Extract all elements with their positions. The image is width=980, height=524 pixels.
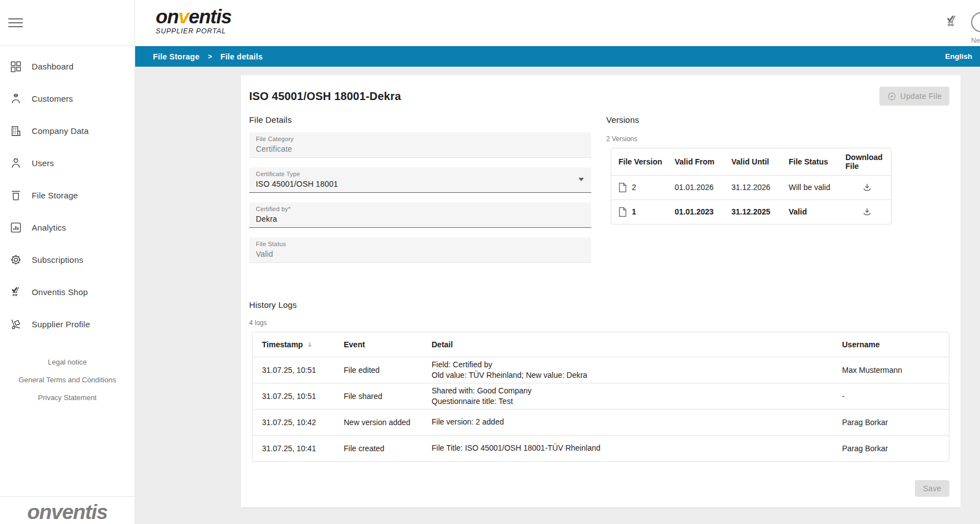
history-col-event: Event — [334, 332, 422, 357]
save-row: Save — [249, 480, 949, 497]
event-cell: File shared — [334, 383, 422, 409]
sidebar-item-label: Users — [32, 158, 54, 168]
sidebar-logo: onventis — [27, 502, 107, 522]
version-number: 2 — [632, 183, 636, 192]
valid-from-cell: 01.01.2023 — [667, 199, 724, 224]
username-cell: Parag Borkar — [833, 409, 949, 435]
download-cell — [838, 199, 891, 224]
sidebar-item-subscriptions[interactable]: Subscriptions — [0, 243, 135, 276]
sidebar-item-company-data[interactable]: Company Data — [0, 114, 135, 147]
help-icon[interactable] — [971, 12, 980, 32]
sidebar-item-label: Supplier Profile — [32, 320, 90, 329]
download-cell — [838, 175, 891, 199]
detail-cell: File version: 2 added — [422, 409, 833, 435]
sidebar-item-label: File Storage — [32, 191, 78, 200]
history-col-timestamp[interactable]: Timestamp — [253, 332, 334, 357]
event-cell: File created — [334, 435, 422, 461]
detail-line: Questionnaire title: Test — [432, 396, 830, 407]
sidebar-item-label: Analytics — [32, 223, 66, 232]
versions-table: File VersionValid FromValid UntilFile St… — [611, 148, 892, 224]
field-label: Certificate Type — [256, 171, 585, 177]
sidebar-footer-links: Legal noticeGeneral Terms and Conditions… — [0, 358, 135, 411]
version-cell: 1 — [611, 199, 667, 224]
versions-col-download-file: Download File — [838, 148, 891, 175]
username-cell: Max Mustermann — [833, 357, 949, 383]
history-col-label: Timestamp — [262, 340, 303, 349]
detail-cell: Field: Certified byOld value: TÜV Rheinl… — [422, 357, 833, 383]
file-details-card: ISO 45001/OSH 18001-Dekra Update File Fi… — [241, 75, 961, 507]
update-file-button[interactable]: Update File — [879, 87, 949, 106]
footer-link-privacy-statement[interactable]: Privacy Statement — [0, 393, 135, 402]
field-certificate-type[interactable]: Certificate TypeISO 45001/OSH 18001 — [249, 167, 591, 193]
file-details-form: File CategoryCertificateCertificate Type… — [249, 132, 591, 263]
sidebar-header — [0, 0, 135, 46]
hamburger-menu-icon[interactable] — [8, 18, 23, 27]
download-icon — [862, 182, 872, 192]
download-file-button[interactable] — [862, 182, 872, 192]
top-header: onventis SUPPLIER PORTAL Ne — [135, 0, 980, 46]
versions-col-valid-until: Valid Until — [724, 148, 781, 175]
subscriptions-icon — [9, 253, 22, 266]
sidebar-item-users[interactable]: Users — [0, 147, 135, 179]
field-value: ISO 45001/OSH 18001 — [256, 179, 585, 188]
sidebar-brand: onventis — [0, 496, 135, 524]
history-logs-heading: History Logs — [249, 300, 949, 310]
footer-link-general-terms-and-conditions[interactable]: General Terms and Conditions — [0, 376, 135, 384]
detail-line: Old value: TÜV Rheinland; New value: Dek… — [432, 370, 830, 381]
card-header: ISO 45001/OSH 18001-Dekra Update File — [249, 86, 949, 106]
field-file-status: File StatusValid — [249, 237, 591, 263]
field-value: Valid — [256, 249, 585, 258]
file-status-cell: Will be valid — [781, 175, 838, 199]
history-row: 31.07.25, 10:51File editedField: Certifi… — [253, 357, 949, 383]
company-data-icon — [9, 124, 22, 137]
sidebar-item-onventis-shop[interactable]: Onventis Shop — [0, 276, 135, 308]
sidebar-item-label: Company Data — [32, 126, 88, 136]
sidebar-item-supplier-profile[interactable]: Supplier Profile — [0, 308, 135, 340]
sidebar-item-label: Dashboard — [32, 62, 73, 71]
username-cell: Parag Borkar — [833, 435, 949, 461]
onventis-logo: onventis SUPPLIER PORTAL — [156, 7, 231, 35]
shop-cart-icon[interactable] — [944, 13, 959, 29]
history-col-detail: Detail — [422, 332, 833, 357]
dashboard-icon — [9, 59, 22, 73]
versions-col-file-status: File Status — [781, 148, 838, 175]
sidebar-item-analytics[interactable]: Analytics — [0, 211, 135, 243]
version-number: 1 — [632, 207, 636, 216]
detail-cell: Shared with: Good CompanyQuestionnaire t… — [422, 383, 833, 409]
language-selector[interactable]: English — [945, 52, 972, 61]
detail-line: Field: Certified by — [432, 360, 830, 370]
footer-link-legal-notice[interactable]: Legal notice — [0, 358, 135, 366]
download-icon — [862, 207, 872, 217]
breadcrumb-file-storage[interactable]: File Storage — [153, 52, 200, 61]
sidebar-item-customers[interactable]: Customers — [0, 82, 135, 114]
logo-subtitle: SUPPLIER PORTAL — [156, 28, 231, 35]
content-area: ISO 45001/OSH 18001-Dekra Update File Fi… — [135, 67, 980, 524]
sidebar-item-file-storage[interactable]: File Storage — [0, 179, 135, 211]
timestamp-cell: 31.07.25, 10:42 — [253, 409, 334, 435]
detail-line: File version: 2 added — [432, 417, 830, 427]
download-file-button[interactable] — [862, 207, 872, 217]
timestamp-cell: 31.07.25, 10:51 — [253, 357, 334, 383]
field-value: Certificate — [256, 144, 585, 153]
detail-line: File Title: ISO 45001/OSH 18001-TÜV Rhei… — [432, 443, 830, 453]
file-status-cell: Valid — [781, 199, 838, 224]
versions-count: 2 Versions — [606, 135, 892, 143]
field-value: Dekra — [256, 214, 585, 223]
sort-by-timestamp[interactable]: Timestamp — [262, 340, 314, 349]
versions-col-valid-from: Valid From — [667, 148, 724, 175]
breadcrumb: File Storage > File details English — [135, 46, 980, 67]
file-details-heading: File Details — [249, 115, 591, 124]
file-details-section: File Details File CategoryCertificateCer… — [249, 115, 591, 272]
versions-col-file-version: File Version — [611, 148, 667, 175]
valid-until-cell: 31.12.2026 — [724, 175, 781, 199]
sidebar-item-label: Customers — [32, 94, 73, 103]
logo-checkmark: v — [179, 6, 189, 27]
dropdown-arrow-icon — [578, 178, 584, 181]
field-certified-by[interactable]: Certified by*Dekra — [249, 202, 591, 228]
field-label: Certified by* — [256, 206, 585, 212]
history-logs-count: 4 logs — [249, 319, 949, 327]
save-button[interactable]: Save — [915, 480, 949, 497]
sidebar-item-dashboard[interactable]: Dashboard — [0, 50, 135, 82]
customers-icon — [9, 92, 22, 105]
breadcrumb-file-details: File details — [220, 52, 263, 61]
